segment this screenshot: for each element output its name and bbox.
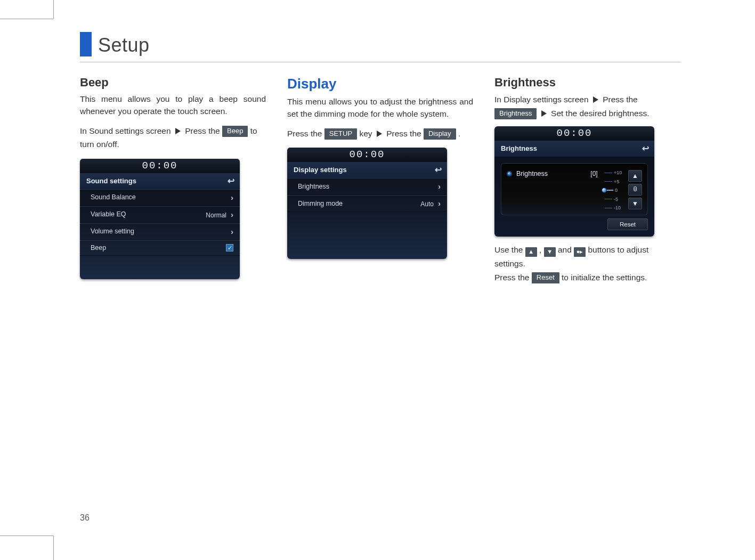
display-heading: Display bbox=[287, 76, 473, 92]
beep-heading: Beep bbox=[80, 76, 266, 90]
list-item[interactable]: Dimming mode Auto› bbox=[287, 195, 447, 212]
sound-settings-screenshot: 00:00 Sound settings ↩ Sound Balance › V… bbox=[80, 159, 240, 279]
beep-tag: Beep bbox=[222, 126, 248, 137]
list-item[interactable]: Volume setting › bbox=[80, 223, 240, 240]
row-label: Volume setting bbox=[91, 228, 134, 235]
chevron-right-icon: › bbox=[438, 182, 441, 191]
down-button[interactable]: ▼ bbox=[628, 198, 642, 209]
device-clock: 00:00 bbox=[80, 159, 240, 173]
column-beep: Beep This menu allows you to play a beep… bbox=[80, 76, 266, 284]
brightness-heading: Brightness bbox=[494, 76, 680, 90]
display-instr-b: key bbox=[359, 129, 374, 138]
display-description: This menu allows you to adjust the brigh… bbox=[287, 95, 473, 120]
arrow-icon bbox=[593, 96, 598, 103]
device-title-text: Display settings bbox=[294, 166, 347, 174]
list-item[interactable]: Brightness › bbox=[287, 178, 447, 195]
chevron-right-icon: › bbox=[231, 210, 233, 219]
tick-label: 0 bbox=[615, 188, 618, 193]
page-number: 36 bbox=[80, 513, 90, 523]
device-title-bar: Sound settings ↩ bbox=[80, 173, 240, 189]
value-button[interactable]: 0 bbox=[628, 184, 642, 196]
column-display: Display This menu allows you to adjust t… bbox=[287, 76, 473, 284]
use-a: Use the bbox=[494, 245, 525, 254]
brightness-tag: Brightness bbox=[494, 108, 537, 119]
arrow-icon bbox=[377, 131, 382, 137]
tick-label: -5 bbox=[614, 197, 618, 202]
radio-icon bbox=[507, 171, 512, 176]
row-label: Brightness bbox=[298, 183, 329, 190]
brightness-value: [0] bbox=[583, 170, 605, 177]
row-label: Dimming mode bbox=[298, 200, 343, 207]
reset-tag: Reset bbox=[532, 272, 559, 283]
page-header: Setup bbox=[80, 32, 680, 62]
brightness-scale: +10 +5 0 -5 -10 bbox=[605, 170, 625, 210]
list-item[interactable]: Variable EQ Normal› bbox=[80, 206, 240, 223]
display-instruction: Press the SETUP key Press the Display . bbox=[287, 127, 473, 141]
beep-description: This menu allows you to play a beep soun… bbox=[80, 93, 266, 118]
beep-instr-mid: Press the bbox=[185, 126, 222, 135]
tick-label: +10 bbox=[614, 170, 622, 175]
chevron-right-icon: › bbox=[231, 193, 233, 202]
arrow-icon bbox=[175, 128, 181, 134]
brightness-screenshot: 00:00 Brightness ↩ Brightness [0] bbox=[494, 126, 654, 237]
up-button[interactable]: ▲ bbox=[628, 170, 642, 182]
row-value: Normal bbox=[206, 212, 226, 219]
display-settings-screenshot: 00:00 Display settings ↩ Brightness › Di… bbox=[287, 148, 447, 259]
up-icon-button: ▲ bbox=[525, 247, 537, 257]
knob-icon-button: ●▸ bbox=[574, 247, 586, 257]
device-title-text: Sound settings bbox=[86, 177, 136, 185]
row-label: Variable EQ bbox=[91, 210, 126, 218]
device-title-bar: Brightness ↩ bbox=[494, 141, 654, 157]
press-a: Press the bbox=[494, 273, 532, 282]
press-b: to initialize the settings. bbox=[562, 273, 647, 282]
list-item[interactable]: Sound Balance › bbox=[80, 189, 240, 206]
list-item[interactable]: Beep ✓ bbox=[80, 240, 240, 256]
beep-instruction: In Sound settings screen Press the Beep … bbox=[80, 124, 266, 151]
down-icon-button: ▼ bbox=[544, 247, 556, 257]
display-instr-c: Press the bbox=[386, 129, 424, 138]
use-c: and bbox=[558, 245, 574, 254]
device-title-text: Brightness bbox=[501, 144, 537, 152]
row-label: Beep bbox=[91, 244, 106, 251]
tick-label: -10 bbox=[614, 205, 621, 210]
row-label: Sound Balance bbox=[91, 193, 136, 201]
back-icon[interactable]: ↩ bbox=[228, 176, 234, 186]
brightness-use-instruction: Use the ▲ , ▼ and ●▸ buttons to adjust s… bbox=[494, 243, 680, 271]
display-instr-a: Press the bbox=[287, 129, 324, 138]
brightness-panel: Brightness [0] +10 +5 0 -5 -10 ▲ bbox=[501, 163, 648, 215]
arrow-icon bbox=[541, 110, 547, 117]
brightness-instr-b: Press the bbox=[603, 95, 637, 104]
display-instr-d: . bbox=[458, 129, 460, 138]
brightness-instruction: In Display settings screen Press the Bri… bbox=[494, 93, 680, 120]
chevron-right-icon: › bbox=[438, 199, 441, 208]
beep-instr-pre: In Sound settings screen bbox=[80, 126, 173, 135]
row-value: Auto bbox=[420, 200, 434, 208]
slider-knob-icon[interactable] bbox=[602, 188, 607, 193]
device-title-bar: Display settings ↩ bbox=[287, 162, 447, 178]
device-clock: 00:00 bbox=[494, 126, 654, 141]
brightness-instr-a: In Display settings screen bbox=[494, 95, 591, 104]
reset-button[interactable]: Reset bbox=[607, 218, 648, 230]
brightness-option[interactable]: Brightness bbox=[507, 170, 583, 177]
checkbox-icon[interactable]: ✓ bbox=[226, 244, 233, 251]
back-icon[interactable]: ↩ bbox=[642, 143, 649, 153]
brightness-instr-c: Set the desired brightness. bbox=[551, 109, 649, 118]
use-b: , bbox=[539, 245, 544, 254]
chevron-right-icon: › bbox=[231, 227, 233, 236]
device-clock: 00:00 bbox=[287, 148, 447, 162]
option-label: Brightness bbox=[516, 170, 548, 177]
tick-label: +5 bbox=[614, 179, 619, 184]
column-brightness: Brightness In Display settings screen Pr… bbox=[494, 76, 680, 284]
back-icon[interactable]: ↩ bbox=[435, 165, 442, 175]
display-tag: Display bbox=[424, 128, 456, 140]
page-title: Setup bbox=[98, 34, 150, 56]
brightness-reset-instruction: Press the Reset to initialize the settin… bbox=[494, 271, 680, 285]
header-accent-block bbox=[80, 32, 92, 56]
setup-tag: SETUP bbox=[324, 128, 357, 140]
